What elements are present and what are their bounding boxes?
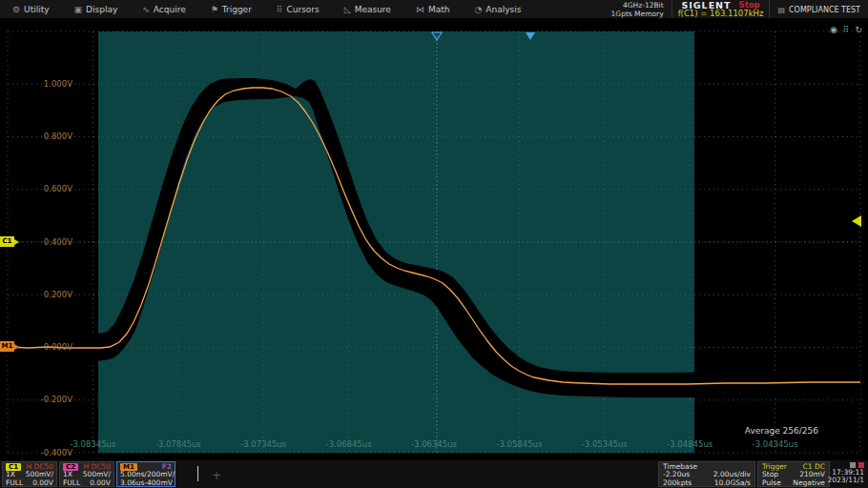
math-label: Math bbox=[428, 5, 450, 14]
frequency-readout: f(C1) = 163.1107kHz bbox=[678, 10, 764, 18]
t-axis-label: -3.05845us bbox=[496, 439, 543, 449]
t-axis-label: -3.08345us bbox=[70, 439, 116, 449]
menu-item-analysis[interactable]: ◔Analysis bbox=[462, 0, 533, 19]
menu-item-trigger[interactable]: ⚑Trigger bbox=[198, 0, 264, 19]
spec-memory: 1Gpts Memory bbox=[611, 10, 664, 18]
v-axis-label: 1.000V bbox=[44, 79, 72, 89]
average-readout: Average 256/256 bbox=[745, 426, 818, 436]
oscilloscope-screen: ⚙Utility▣Display∿Acquire⚑Trigger⠿Cursors… bbox=[0, 0, 868, 488]
c1-zero-marker[interactable]: C1 bbox=[0, 236, 14, 247]
compliance-label: COMPLIANCE TEST bbox=[789, 6, 860, 14]
status-bar: C1 H DC50 1X 500mV/ FULL 0.00V C2 H DC50… bbox=[0, 460, 868, 488]
trigger-type: Pulse bbox=[762, 479, 781, 487]
t-axis-label: -3.07345us bbox=[240, 439, 287, 449]
v-axis-label: 0.600V bbox=[44, 184, 72, 193]
v-axis-label: 0.200V bbox=[44, 290, 72, 299]
grid-icon[interactable]: ⠿ bbox=[843, 25, 850, 34]
v-axis-label: -0.400V bbox=[41, 448, 72, 458]
camera-icon[interactable]: ◉ bbox=[830, 25, 837, 34]
m1-zero-marker[interactable]: M1 bbox=[0, 341, 14, 352]
clock-box: 17:39:11 2023/11/1 bbox=[828, 461, 866, 487]
menu-item-cursors[interactable]: ⠿Cursors bbox=[264, 0, 332, 19]
timebase-box[interactable]: Timebase -2.20us 2.00us/div 200kpts 10.0… bbox=[658, 461, 755, 487]
menu-bar: ⚙Utility▣Display∿Acquire⚑Trigger⠿Cursors… bbox=[0, 0, 868, 19]
display-label: Display bbox=[86, 5, 117, 14]
timebase-points: 200kpts bbox=[663, 479, 692, 487]
channel-box-c1[interactable]: C1 H DC50 1X 500mV/ FULL 0.00V bbox=[2, 461, 57, 487]
t-axis-label: -3.05345us bbox=[582, 439, 629, 449]
measure-label: Measure bbox=[355, 5, 391, 14]
m1-delay: 3.06us bbox=[120, 479, 144, 487]
menu-item-display[interactable]: ▣Display bbox=[62, 0, 131, 19]
display-icon: ▣ bbox=[74, 5, 83, 14]
acquire-icon: ∿ bbox=[142, 5, 150, 14]
measure-icon: ◺ bbox=[344, 5, 351, 14]
clock-date: 2023/11/1 bbox=[828, 477, 864, 484]
c1-offset: 0.00V bbox=[32, 479, 53, 487]
trigger-level-marker[interactable] bbox=[852, 215, 861, 227]
m1-offset: -400mV bbox=[144, 479, 172, 487]
menu-item-measure[interactable]: ◺Measure bbox=[332, 0, 403, 19]
v-axis-label: -0.200V bbox=[41, 395, 72, 404]
menu-item-utility[interactable]: ⚙Utility bbox=[0, 0, 62, 19]
compliance-icon: ▤ bbox=[777, 6, 785, 14]
acquire-label: Acquire bbox=[154, 5, 186, 14]
trigger-icon: ⚑ bbox=[211, 5, 218, 14]
t-axis-label: -3.06345us bbox=[411, 439, 458, 449]
menu-item-math[interactable]: ⋈Math bbox=[403, 0, 463, 19]
utility-icon: ⚙ bbox=[12, 5, 20, 14]
channel-box-c2[interactable]: C2 H DC50 1X 500mV/ FULL 0.00V bbox=[59, 461, 114, 487]
cursors-icon: ⠿ bbox=[277, 5, 283, 14]
waveform-display[interactable]: 1.000V0.800V0.600V0.400V0.200V0.000V-0.2… bbox=[0, 0, 868, 488]
compliance-test-button[interactable]: ▤ COMPLIANCE TEST bbox=[777, 6, 864, 14]
scope-specs: 4GHz-12Bit 1Gpts Memory bbox=[611, 1, 664, 18]
cursors-label: Cursors bbox=[286, 5, 319, 14]
grid-toolbar: ◉ ⠿ ↻ bbox=[830, 25, 862, 34]
c2-bandwidth: FULL bbox=[63, 479, 80, 487]
menu-item-acquire[interactable]: ∿Acquire bbox=[130, 0, 197, 19]
spec-bandwidth: 4GHz-12Bit bbox=[611, 1, 664, 10]
analysis-label: Analysis bbox=[486, 5, 521, 14]
analysis-icon: ◔ bbox=[474, 5, 482, 14]
v-axis-label: 0.000V bbox=[44, 342, 72, 352]
text-caret bbox=[197, 466, 198, 481]
trigger-label: Trigger bbox=[222, 5, 252, 14]
zoom-box-m1[interactable]: M1 F2 5.00ns/ 200mV/ 3.06us -400mV bbox=[116, 461, 176, 487]
t-axis-label: -3.06845us bbox=[326, 439, 373, 449]
v-axis-label: 0.400V bbox=[44, 237, 72, 247]
t-axis-label: -3.04845us bbox=[667, 439, 713, 449]
brand-block: SIGLENT Stop f(C1) = 163.1107kHz bbox=[672, 1, 771, 18]
v-axis-label: 0.800V bbox=[44, 132, 72, 141]
utility-label: Utility bbox=[24, 5, 49, 14]
add-trace-button[interactable]: + bbox=[212, 469, 221, 482]
trigger-slope: Negative bbox=[793, 479, 825, 487]
t-axis-label: -3.04345us bbox=[753, 439, 799, 449]
c1-bandwidth: FULL bbox=[6, 479, 23, 487]
t-axis-label: -3.07845us bbox=[155, 439, 202, 449]
header-right: 4GHz-12Bit 1Gpts Memory SIGLENT Stop f(C… bbox=[611, 0, 868, 19]
c2-offset: 0.00V bbox=[90, 479, 111, 487]
timebase-rate: 10.0GSa/s bbox=[714, 479, 751, 487]
trigger-box[interactable]: Trigger C1 DC Stop 210mV Pulse Negative bbox=[757, 461, 830, 487]
math-icon: ⋈ bbox=[416, 5, 424, 14]
reset-icon[interactable]: ↻ bbox=[855, 25, 862, 34]
